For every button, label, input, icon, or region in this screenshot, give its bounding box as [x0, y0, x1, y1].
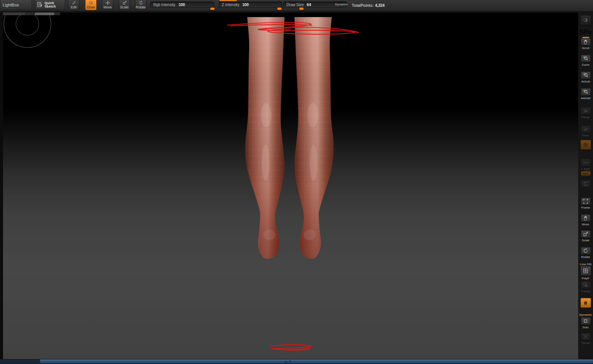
aa-half-button[interactable]: AAHalf	[580, 88, 591, 100]
z-intensity-label: Z Intensity	[222, 3, 239, 7]
magnifier-icon	[583, 89, 588, 95]
z-intensity-marker[interactable]	[277, 8, 281, 10]
rgb-intensity-marker[interactable]	[210, 8, 215, 10]
floor-grid-icon	[583, 127, 588, 132]
rgb-intensity-label: Rgb Intensity	[153, 3, 175, 7]
z-intensity-slider[interactable]: Z Intensity 100	[219, 2, 282, 8]
magnifier-icon	[583, 56, 588, 61]
scale-label: Scale	[120, 5, 129, 9]
ghost-button-box	[580, 298, 591, 308]
polyf-label: PolyF	[582, 277, 589, 280]
red-brush-stroke-bottom	[271, 345, 312, 350]
scroll-down-arrow-icon[interactable]: ▼	[289, 359, 292, 364]
transp-label: Transp	[581, 290, 590, 293]
spix-button[interactable]: SPix	[580, 29, 591, 38]
spin-icon	[583, 181, 588, 187]
local-pivot-button[interactable]	[580, 140, 591, 150]
total-points-label: TotalPoints:	[352, 3, 374, 8]
zoom-button[interactable]: Zoom	[580, 55, 591, 66]
edit-pencil-icon	[72, 1, 76, 5]
scroll-up-arrow-icon[interactable]: ▲	[285, 359, 288, 364]
draw-size-marker[interactable]	[299, 8, 304, 10]
red-brush-stroke-top	[227, 22, 359, 34]
persp-button-box	[581, 107, 591, 115]
xpose-button[interactable]: Xpose	[580, 333, 591, 345]
perspective-button[interactable]: Persp	[580, 107, 591, 119]
rotate-arrow-icon	[138, 1, 143, 5]
draw-button[interactable]: Draw	[85, 0, 97, 10]
rotate-arrow-icon	[583, 248, 588, 253]
xyz-label: XYZ	[583, 172, 588, 175]
scrollbar-thumb[interactable]	[35, 13, 54, 15]
move-button[interactable]: Move	[102, 0, 113, 10]
xyz-axis-button[interactable]: XYZ	[580, 171, 591, 176]
edit-button[interactable]: Edit	[68, 0, 79, 10]
document-canvas[interactable]	[3, 13, 578, 359]
scrollbar-track-segment	[0, 359, 40, 364]
polyframe-button[interactable]: PolyF	[580, 266, 591, 280]
bpr-render-button[interactable]	[580, 15, 591, 26]
solo-label: Solo	[582, 326, 588, 329]
bpr-render-icon	[583, 17, 588, 23]
aahalf-button-box	[581, 88, 591, 96]
actual-size-button[interactable]: Actual	[580, 71, 591, 83]
spin-button-box	[581, 180, 591, 188]
transparency-icon	[583, 282, 588, 288]
lightbox-button[interactable]: LightBox	[0, 0, 32, 10]
scale-button[interactable]: Scale	[119, 0, 130, 10]
rotate-3d-button[interactable]: Rotate	[580, 247, 591, 259]
rotate-label: Rotate	[136, 5, 146, 9]
right-shelf: SPix Scroll Zoom Actual AAHalf Persp Flo…	[578, 11, 593, 359]
navigation-circle-widget[interactable]	[4, 13, 51, 47]
scrollbar-arrows[interactable]: ▲▼	[282, 359, 294, 364]
local-pivot-icon	[583, 142, 588, 147]
bpr-button-box	[580, 15, 591, 25]
floor-grid-button[interactable]: Floor	[580, 125, 591, 137]
draw-dotted-circle-icon	[89, 1, 94, 5]
scroll-label: Scroll	[582, 46, 589, 50]
dynamic-mode-label[interactable]: Dynamic	[335, 3, 348, 6]
scroll-button[interactable]: Scroll	[580, 38, 591, 50]
scene-svg	[3, 13, 578, 359]
solo-button-box	[581, 317, 591, 325]
move3d-label: Move	[582, 223, 590, 226]
z-intensity-value: 100	[242, 3, 249, 7]
move-3d-button[interactable]: Move	[580, 214, 591, 226]
scrollbar-thumb[interactable]	[40, 359, 593, 364]
move3d-button-box	[581, 214, 591, 222]
lsym-label: L.Sym	[581, 167, 590, 171]
ghost-icon	[583, 300, 588, 305]
spin-button[interactable]	[580, 180, 591, 188]
rotate-button[interactable]: Rotate	[135, 0, 146, 10]
local-symmetry-button[interactable]: L.Sym	[580, 159, 591, 171]
lsym-button-box	[581, 159, 591, 166]
canvas-top-scrollbar[interactable]	[3, 13, 60, 15]
rotate3d-label: Rotate	[581, 255, 590, 259]
total-points-value: 4,324	[375, 3, 385, 8]
quick-sketch-button[interactable]: Quick Sketch	[35, 0, 65, 10]
frame-button[interactable]: Frame	[580, 198, 591, 209]
cutoff-button-fragment	[219, 0, 237, 1]
scroll-button-box	[581, 38, 591, 46]
solo-button[interactable]: Solo	[580, 317, 591, 329]
total-points-readout: TotalPoints:4,324	[352, 3, 385, 8]
ghost-transparency-button[interactable]	[580, 298, 591, 309]
actual-label: Actual	[581, 80, 590, 83]
axis-icon: XYZ	[581, 171, 591, 176]
edit-label: Edit	[71, 5, 77, 9]
hand-icon	[583, 215, 588, 221]
rgb-intensity-slider[interactable]: Rgb Intensity 100	[150, 2, 214, 8]
canvas-bottom-scrollbar[interactable]: ▲▼	[0, 359, 593, 364]
move-label: Move	[103, 5, 112, 9]
xpose-button-box	[581, 333, 591, 340]
transparency-button[interactable]: Transp	[580, 281, 591, 293]
symmetry-icon	[583, 160, 588, 165]
perspective-icon	[583, 108, 588, 114]
move-fourway-icon	[105, 1, 110, 5]
frame-button-box	[581, 198, 591, 205]
scale-3d-button[interactable]: Scale	[580, 230, 591, 242]
local-button-box	[580, 140, 591, 150]
solo-icon	[583, 318, 588, 324]
frame-icon	[583, 199, 588, 204]
xpose-label: Xpose	[581, 341, 590, 345]
